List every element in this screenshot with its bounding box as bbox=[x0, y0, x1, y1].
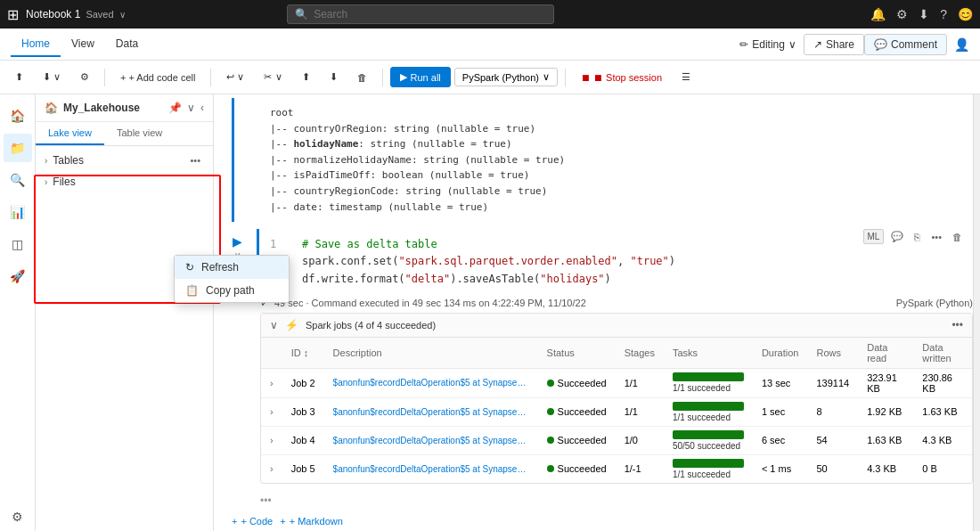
notification-icon[interactable]: 🔔 bbox=[870, 7, 886, 21]
chevron-icon[interactable]: ∨ bbox=[187, 102, 195, 114]
job-description: $anonfun$recordDeltaOperation$5 at Synap… bbox=[324, 454, 538, 483]
scrollbar[interactable] bbox=[973, 94, 980, 531]
tree-section: › Tables ••• › Files bbox=[36, 146, 213, 196]
menu-home[interactable]: Home bbox=[11, 32, 61, 57]
toolbar-upload-btn[interactable]: ⬆ bbox=[7, 67, 31, 87]
undo-btn[interactable]: ↩ ∨ bbox=[218, 67, 252, 87]
cut-btn[interactable]: ✂ ∨ bbox=[256, 67, 290, 87]
search-input[interactable] bbox=[314, 8, 492, 20]
add-code-cell-btn[interactable]: + + Add code cell bbox=[112, 68, 203, 87]
editing-button[interactable]: ✏ Editing ∨ bbox=[732, 35, 804, 54]
col-data-read: Data read bbox=[858, 338, 913, 369]
download-icon[interactable]: ⬇ bbox=[919, 7, 929, 21]
schema-line-6: |-- date: timestamp (nullable = true) bbox=[270, 200, 959, 216]
panel-header-icons: 📌 ∨ ‹ bbox=[168, 102, 204, 114]
main-content[interactable]: root |-- countryOrRegion: string (nullab… bbox=[214, 94, 973, 531]
job-tasks: 1/1 succeeded bbox=[664, 454, 753, 483]
stop-session-btn[interactable]: ⏹ ⏹ Stop session bbox=[573, 68, 670, 87]
sidebar-icons: 🏠 📁 🔍 📊 ◫ 🚀 ⚙ bbox=[0, 94, 36, 531]
tree-files-item[interactable]: › Files bbox=[36, 171, 213, 192]
search-bar[interactable]: 🔍 bbox=[287, 4, 554, 24]
table-row: › Job 2 $anonfun$recordDeltaOperation$5 … bbox=[261, 368, 972, 397]
lakehouse-icon: 🏠 bbox=[45, 102, 58, 114]
sidebar-search-icon[interactable]: 🔍 bbox=[4, 166, 32, 194]
cell-more-icon[interactable]: ••• bbox=[927, 230, 945, 244]
job-duration: 1 sec bbox=[753, 397, 808, 426]
pin-icon[interactable]: 📌 bbox=[168, 102, 182, 114]
copy-path-label: Copy path bbox=[206, 284, 255, 297]
title-icons: 🔔 ⚙ ⬇ ? 😊 bbox=[870, 7, 973, 21]
table-row: › Job 3 $anonfun$recordDeltaOperation$5 … bbox=[261, 397, 972, 426]
delete-btn[interactable]: 🗑 bbox=[349, 68, 375, 87]
cell-copy-icon[interactable]: ⎘ bbox=[911, 230, 924, 244]
sidebar-explore-icon[interactable]: 📁 bbox=[4, 134, 32, 162]
menu-bar: Home View Data ✏ Editing ∨ ↗ Share 💬 Com… bbox=[0, 29, 980, 61]
files-label: Files bbox=[53, 176, 75, 188]
spark-jobs-header[interactable]: ∨ ⚡ Spark jobs (4 of 4 succeeded) ••• bbox=[261, 314, 972, 338]
move-down-btn[interactable]: ⬇ bbox=[322, 67, 346, 87]
job-expand-icon[interactable]: › bbox=[270, 463, 274, 474]
sidebar-workflow-icon[interactable]: ◫ bbox=[4, 230, 32, 258]
move-up-btn[interactable]: ⬆ bbox=[294, 67, 318, 87]
pyspark-selector[interactable]: PySpark (Python) ∨ bbox=[454, 68, 558, 86]
cell-comment-icon[interactable]: 💬 bbox=[887, 229, 907, 244]
collapse-icon[interactable]: ‹ bbox=[200, 102, 204, 114]
sidebar-settings-icon[interactable]: ⚙ bbox=[4, 502, 32, 531]
table-row: › Job 4 $anonfun$recordDeltaOperation$5 … bbox=[261, 426, 972, 454]
tree-tables-item[interactable]: › Tables ••• bbox=[36, 150, 213, 171]
job-data-written: 1.63 KB bbox=[913, 397, 972, 426]
tables-label: Tables bbox=[53, 154, 84, 167]
job-rows: 139114 bbox=[807, 368, 858, 397]
code-line-3: 3 df.write.format("delta").saveAsTable("… bbox=[270, 271, 849, 288]
add-cell-row: + + Code + + Markdown bbox=[214, 511, 973, 531]
col-id[interactable]: ID ↕ bbox=[282, 338, 324, 369]
output-runtime: PySpark (Python) bbox=[896, 298, 973, 308]
job-data-read: 1.63 KB bbox=[858, 426, 913, 454]
panel-title: My_Lakehouse bbox=[63, 102, 140, 114]
cell-run-btn-5[interactable]: ▶ bbox=[233, 234, 242, 249]
editing-label: Editing bbox=[752, 38, 785, 51]
menu-view[interactable]: View bbox=[61, 32, 105, 57]
settings-icon[interactable]: ⚙ bbox=[896, 7, 908, 21]
job-id: Job 4 bbox=[282, 426, 324, 454]
toolbar-settings-btn[interactable]: ⚙ bbox=[72, 67, 97, 87]
job-expand-icon[interactable]: › bbox=[270, 378, 274, 388]
session-menu-btn[interactable]: ☰ bbox=[674, 67, 698, 87]
cell-delete-icon[interactable]: 🗑 bbox=[949, 230, 966, 244]
comment-button[interactable]: 💬 Comment bbox=[864, 34, 947, 55]
code-block-5: 1 # Save as delta table 2 spark.conf.set… bbox=[257, 229, 860, 295]
run-all-label: Run all bbox=[411, 72, 441, 83]
spark-jobs-more-icon[interactable]: ••• bbox=[951, 319, 963, 331]
job-id: Job 5 bbox=[282, 454, 324, 483]
add-code-btn[interactable]: + + Code bbox=[232, 516, 273, 527]
comment-label: Comment bbox=[891, 38, 937, 51]
tables-more-icon[interactable]: ••• bbox=[186, 154, 204, 167]
menu-data[interactable]: Data bbox=[105, 32, 149, 57]
spark-jobs-expand-icon[interactable]: ∨ bbox=[270, 319, 278, 331]
toolbar-divider-4 bbox=[565, 69, 566, 86]
job-expand-icon[interactable]: › bbox=[270, 406, 274, 417]
sidebar-home-icon[interactable]: 🏠 bbox=[4, 102, 32, 130]
lake-view-tab[interactable]: Lake view bbox=[36, 122, 104, 145]
user-avatar[interactable]: 😊 bbox=[958, 7, 973, 21]
run-all-btn[interactable]: ▶ Run all bbox=[390, 67, 451, 87]
help-icon[interactable]: ? bbox=[940, 7, 947, 21]
job-description: $anonfun$recordDeltaOperation$5 at Synap… bbox=[324, 368, 538, 397]
notebook-chevron[interactable]: ∨ bbox=[119, 10, 126, 20]
table-row: › Job 5 $anonfun$recordDeltaOperation$5 … bbox=[261, 454, 972, 483]
share-button[interactable]: ↗ Share bbox=[804, 34, 864, 55]
notebook-name: Notebook 1 Saved ∨ bbox=[26, 8, 126, 20]
sidebar-data-icon[interactable]: 📊 bbox=[4, 198, 32, 226]
job-rows: 54 bbox=[807, 426, 858, 454]
job-expand-icon[interactable]: › bbox=[270, 435, 274, 445]
sidebar-deploy-icon[interactable]: 🚀 bbox=[4, 262, 32, 290]
context-refresh-item[interactable]: ↻ Refresh bbox=[175, 256, 289, 279]
add-markdown-btn[interactable]: + + Markdown bbox=[280, 516, 343, 527]
context-copy-path-item[interactable]: 📋 Copy path bbox=[175, 279, 289, 302]
job-description: $anonfun$recordDeltaOperation$5 at Synap… bbox=[324, 397, 538, 426]
user-menu-icon[interactable]: 👤 bbox=[954, 37, 969, 52]
table-view-tab[interactable]: Table view bbox=[104, 122, 175, 145]
job-tasks: 1/1 succeeded bbox=[664, 368, 753, 397]
toolbar-download-btn[interactable]: ⬇ ∨ bbox=[35, 67, 69, 87]
refresh-label: Refresh bbox=[201, 261, 239, 274]
